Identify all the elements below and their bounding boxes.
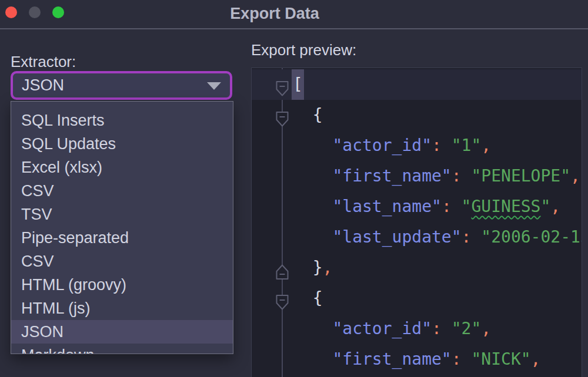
dropdown-item[interactable]: HTML (js) <box>11 297 233 320</box>
dropdown-item[interactable]: HTML (groovy) <box>11 273 233 297</box>
code-text: "actor_id": "2", <box>252 319 491 338</box>
code-text: "first_name": "PENELOPE", <box>252 166 580 186</box>
code-line[interactable]: "first_name": "NICK", <box>252 344 582 375</box>
code-line[interactable]: { <box>252 100 582 130</box>
code-line[interactable]: "actor_id": "1", <box>252 130 582 161</box>
dropdown-item[interactable]: CSV <box>11 179 233 203</box>
code-text: "actor_id": "1", <box>252 136 491 155</box>
export-data-dialog: Export Data Extractor: JSON SQL InsertsS… <box>0 0 588 377</box>
dropdown-item[interactable]: Pipe-separated <box>11 226 233 250</box>
code-area: [ { "actor_id": "1", "first_name": "PENE… <box>252 68 582 375</box>
code-line[interactable]: "actor_id": "2", <box>252 314 582 344</box>
code-line[interactable]: [ <box>252 69 582 100</box>
zoom-button[interactable] <box>52 6 64 18</box>
minimize-button[interactable] <box>29 6 41 18</box>
code-line[interactable]: "last_name": "GUINESS", <box>252 191 582 222</box>
extractor-dropdown-list: SQL InsertsSQL UpdatesExcel (xlsx)CSVTSV… <box>11 101 233 354</box>
extractor-label: Extractor: <box>11 53 76 71</box>
export-preview-label: Export preview: <box>251 41 356 59</box>
title-bar: Export Data <box>0 0 588 29</box>
window-title: Export Data <box>230 5 319 23</box>
code-line[interactable]: }, <box>252 253 582 283</box>
dropdown-item[interactable]: SQL Updates <box>11 132 233 156</box>
code-line[interactable]: "last_update": "2006-02-15 <box>252 222 582 253</box>
export-preview-editor[interactable]: [ { "actor_id": "1", "first_name": "PENE… <box>251 68 582 377</box>
code-text: }, <box>252 258 332 277</box>
dropdown-item[interactable]: Excel (xlsx) <box>11 156 233 179</box>
code-text: "last_name": "GUINESS", <box>252 197 560 216</box>
code-line[interactable]: "first_name": "PENELOPE", <box>252 161 582 191</box>
chevron-down-icon <box>207 82 221 90</box>
code-text: { <box>252 105 323 124</box>
combobox-value: JSON <box>22 76 64 95</box>
dropdown-item[interactable]: JSON <box>11 320 233 344</box>
code-text: "first_name": "NICK", <box>252 349 540 369</box>
dropdown-item[interactable]: TSV <box>11 203 233 226</box>
close-button[interactable] <box>5 6 17 18</box>
extractor-combobox[interactable]: JSON <box>11 71 232 100</box>
code-text: [ <box>252 75 303 94</box>
code-line[interactable]: { <box>252 283 582 314</box>
code-text: { <box>252 288 323 308</box>
dropdown-item[interactable]: SQL Inserts <box>11 109 233 132</box>
dropdown-item[interactable]: Markdown <box>11 344 233 354</box>
dropdown-item[interactable]: CSV <box>11 250 233 273</box>
code-text: "last_update": "2006-02-15 <box>252 227 582 247</box>
